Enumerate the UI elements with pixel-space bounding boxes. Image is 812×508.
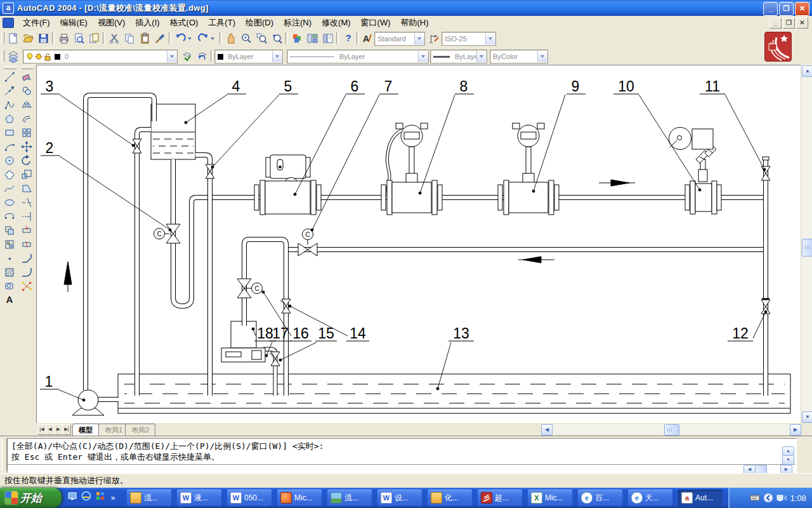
menu-draw[interactable]: 绘图(D) [240, 16, 278, 30]
menu-modify[interactable]: 修改(M) [317, 16, 356, 30]
erase-tool[interactable] [19, 70, 34, 84]
copy-object-tool[interactable] [19, 84, 34, 98]
cut-button[interactable] [107, 31, 123, 46]
polygon-tool[interactable] [2, 112, 17, 126]
dim-style-combo[interactable]: ISO-25 [442, 32, 496, 46]
canvas-horizontal-scrollbar[interactable]: ◀ ▶ [541, 424, 801, 434]
title-bar[interactable]: a AutoCAD 2004 - [D:\流量校准\流量校准装置.dwg] _ … [0, 0, 812, 16]
quicklaunch-ie-icon[interactable] [80, 491, 93, 505]
mtext-tool[interactable]: A [2, 293, 17, 307]
undo-button[interactable] [173, 31, 195, 46]
taskbar-button-folder1[interactable]: 流... [127, 490, 171, 506]
tab-layout2[interactable]: 布局2 [125, 424, 155, 436]
menu-format[interactable]: 格式(O) [165, 16, 204, 30]
properties-button[interactable] [289, 31, 306, 46]
close-button[interactable]: ✕ [795, 2, 809, 16]
language-bar-icon[interactable] [763, 493, 773, 503]
line-tool[interactable] [2, 70, 17, 84]
make-block-tool[interactable] [2, 237, 17, 251]
tab-first-button[interactable]: |◀ [37, 424, 46, 435]
match-properties-button[interactable] [152, 31, 169, 46]
break-at-point-tool[interactable] [19, 224, 34, 237]
command-scroll-up-icon[interactable]: ▲ [782, 446, 794, 456]
explode-tool[interactable] [19, 279, 34, 293]
mdi-minimize-button[interactable]: _ [769, 18, 782, 29]
fillet-tool[interactable] [19, 265, 34, 279]
tab-prev-button[interactable]: ◀ [46, 424, 55, 435]
menu-help[interactable]: 帮助(H) [396, 16, 434, 30]
designcenter-button[interactable] [304, 31, 321, 46]
taskbar-button-ie1[interactable]: e百... [578, 490, 622, 506]
taskbar-button-word1[interactable]: W液... [177, 490, 221, 506]
ellipse-arc-tool[interactable] [2, 210, 17, 224]
scale-tool[interactable] [19, 168, 34, 182]
paste-button[interactable] [137, 31, 154, 46]
model-space-canvas[interactable]: C C C [36, 65, 801, 424]
save-button[interactable] [36, 31, 52, 46]
menu-view[interactable]: 视图(V) [93, 16, 130, 30]
rotate-tool[interactable] [19, 154, 34, 168]
text-style-combo[interactable]: Standard [374, 32, 425, 46]
zoom-window-button[interactable] [254, 31, 270, 46]
mirror-tool[interactable] [19, 98, 34, 112]
quicklaunch-mediaplayer-icon[interactable] [94, 491, 107, 505]
arc-tool[interactable] [2, 140, 17, 154]
point-tool[interactable] [2, 251, 17, 265]
command-window[interactable]: [全部(A)/中心点(C)/动态(D)/范围(E)/上一个(P)/比例(S)/窗… [0, 436, 812, 474]
plot-style-combo[interactable]: ByColor [490, 50, 548, 64]
make-layer-current-button[interactable] [179, 49, 195, 64]
menu-insert[interactable]: 插入(I) [130, 16, 164, 30]
quicklaunch-overflow-chevron[interactable]: » [109, 491, 117, 505]
menu-window[interactable]: 窗口(W) [356, 16, 396, 30]
start-button[interactable]: 开始 [0, 488, 62, 508]
network-volume-icon[interactable] [776, 493, 787, 503]
stretch-tool[interactable] [19, 182, 34, 196]
insert-block-tool[interactable] [2, 224, 17, 237]
layer-previous-button[interactable] [194, 49, 211, 64]
tab-model[interactable]: 模型 [72, 424, 99, 436]
tab-next-button[interactable]: ▶ [54, 424, 63, 435]
revision-cloud-tool[interactable] [2, 168, 17, 182]
drawing-window-icon[interactable] [3, 18, 14, 28]
pan-button[interactable] [223, 31, 240, 46]
menu-edit[interactable]: 编辑(E) [55, 16, 93, 30]
restore-button[interactable]: ❐ [779, 2, 794, 16]
tool-palettes-button[interactable] [320, 31, 336, 46]
polyline-tool[interactable] [2, 98, 17, 112]
region-tool[interactable] [2, 279, 17, 293]
print-button[interactable] [56, 31, 72, 46]
tab-last-button[interactable]: ▶| [62, 424, 71, 435]
publish-button[interactable] [86, 31, 103, 46]
construction-line-tool[interactable] [2, 84, 17, 98]
quicklaunch-desktop-icon[interactable] [66, 491, 79, 505]
help-button[interactable]: ? [340, 31, 357, 46]
rectangle-tool[interactable] [2, 126, 17, 140]
lineweight-combo[interactable]: ByLayer [430, 50, 487, 64]
taskbar-button-word3[interactable]: W设... [377, 490, 422, 506]
taskbar-button-autocad[interactable]: aAut... [678, 490, 723, 506]
print-preview-button[interactable] [71, 31, 88, 46]
taskbar-button-ie2[interactable]: e天... [628, 490, 672, 506]
circle-tool[interactable] [2, 154, 17, 168]
taskbar-button-mediaplayer[interactable]: Mic... [277, 490, 322, 506]
spline-tool[interactable] [2, 182, 17, 196]
offset-tool[interactable] [19, 112, 34, 126]
break-tool[interactable] [19, 237, 34, 251]
copy-button[interactable] [122, 31, 138, 46]
chamfer-tool[interactable] [19, 251, 34, 265]
taskbar-button-folder2[interactable]: 化... [428, 490, 472, 506]
mdi-restore-button[interactable]: ❐ [783, 18, 795, 29]
trim-tool[interactable] [19, 196, 34, 210]
open-button[interactable] [20, 31, 37, 46]
tab-layout1[interactable]: 布局1 [98, 424, 129, 436]
move-tool[interactable] [19, 140, 34, 154]
taskbar-button-imageviewer[interactable]: 流... [327, 490, 372, 506]
zoom-realtime-button[interactable] [239, 31, 255, 46]
taskbar-button-ssreader[interactable]: 彡超... [478, 490, 522, 506]
taskbar-clock[interactable]: 1:08 [790, 493, 806, 503]
color-combo[interactable]: ByLayer [214, 50, 283, 64]
keyboard-icon[interactable] [750, 493, 760, 503]
linetype-combo[interactable]: ByLayer [287, 50, 429, 64]
menu-tools[interactable]: 工具(T) [203, 16, 240, 30]
extend-tool[interactable] [19, 210, 34, 224]
